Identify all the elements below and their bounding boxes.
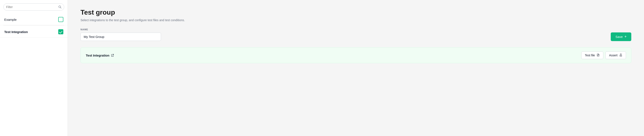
sidebar: Example Test Integration — [0, 0, 68, 136]
integration-name-label: Test Integration — [86, 54, 109, 57]
sidebar-divider — [4, 25, 64, 26]
sidebar-item-label-example: Example — [4, 18, 16, 22]
sidebar-item-test-integration[interactable]: Test Integration — [0, 26, 68, 38]
save-button[interactable]: Save + — [611, 32, 631, 41]
sidebar-item-example[interactable]: Example — [0, 14, 68, 25]
name-section: NAME Save + — [80, 28, 631, 41]
svg-point-5 — [620, 55, 621, 56]
assert-button-label: Assert — [609, 54, 618, 57]
name-row: Save + — [80, 32, 631, 41]
document-icon — [596, 54, 600, 57]
test-file-button-label: Test file — [585, 54, 595, 57]
filter-input[interactable] — [4, 4, 64, 10]
test-file-button[interactable]: Test file — [581, 52, 603, 59]
filter-container — [0, 4, 68, 14]
name-input[interactable] — [80, 32, 161, 41]
checkbox-example[interactable] — [58, 17, 63, 22]
search-icon — [58, 5, 62, 9]
external-link-icon[interactable] — [111, 54, 114, 57]
svg-line-1 — [60, 8, 61, 8]
checkbox-test-integration[interactable] — [58, 29, 63, 34]
sidebar-item-label-test-integration: Test Integration — [4, 30, 28, 34]
integration-row: Test Integration Test file — [80, 48, 631, 63]
name-label: NAME — [80, 28, 631, 31]
save-button-label: Save — [616, 35, 622, 38]
main-content: Test group Select integrations to the te… — [68, 0, 644, 136]
filter-input-wrapper — [4, 4, 64, 10]
page-title: Test group — [80, 8, 631, 16]
flask-icon — [619, 54, 622, 57]
assert-button[interactable]: Assert — [606, 52, 626, 59]
integration-actions: Test file Assert — [581, 52, 626, 59]
integration-name: Test Integration — [86, 54, 114, 57]
page-subtitle: Select integrations to the test group, a… — [80, 18, 631, 22]
save-plus-icon: + — [624, 34, 627, 39]
